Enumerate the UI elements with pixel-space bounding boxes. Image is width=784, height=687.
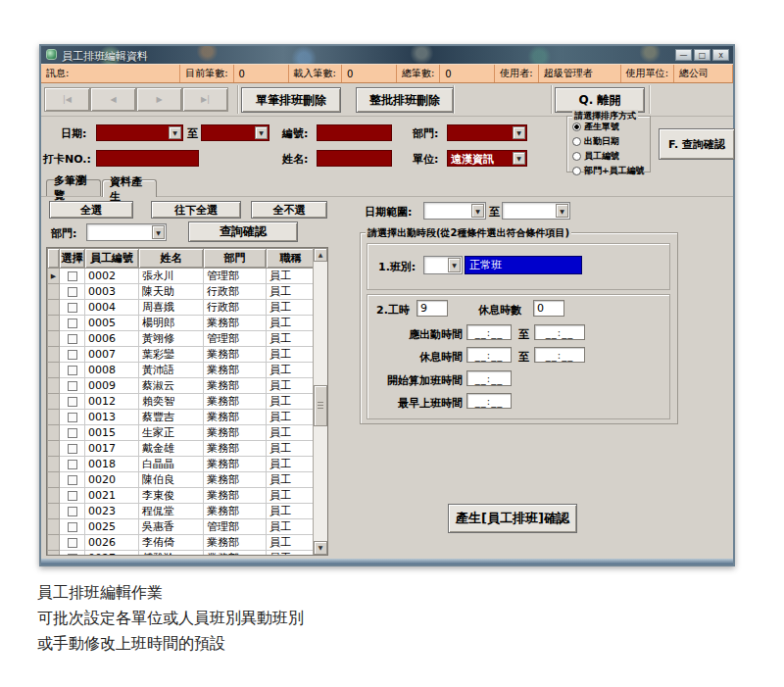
rest-time-to-field[interactable]: __:__ <box>534 347 585 363</box>
row-checkbox[interactable] <box>68 428 77 438</box>
row-select-cell[interactable] <box>60 394 85 410</box>
table-row[interactable]: 0007葉彩鑾業務部員工 <box>48 347 316 363</box>
row-checkbox[interactable] <box>68 538 77 548</box>
row-checkbox[interactable] <box>68 350 77 360</box>
row-select-cell[interactable] <box>60 378 85 394</box>
table-row[interactable]: 0018白晶晶業務部員工 <box>48 457 316 472</box>
dept2-dropdown[interactable]: ▼ <box>86 223 167 241</box>
row-select-cell[interactable] <box>60 269 85 284</box>
row-select-cell[interactable] <box>60 410 85 425</box>
work-hours-field[interactable]: 9 <box>416 300 448 317</box>
shift-value-field[interactable]: 正常班 <box>465 256 582 274</box>
close-icon[interactable]: x <box>712 49 729 61</box>
row-checkbox[interactable] <box>68 287 77 297</box>
select-all-button[interactable]: 全選 <box>49 201 133 219</box>
query-confirm2-button[interactable]: 查詢確認 <box>188 221 298 242</box>
rest-time-from-field[interactable]: __:__ <box>466 347 512 363</box>
row-checkbox[interactable] <box>68 413 77 422</box>
table-row[interactable]: 0009蔡淑云業務部員工 <box>48 378 316 394</box>
chevron-down-icon[interactable]: ▼ <box>255 126 268 139</box>
nav-first-button[interactable]: |◀ <box>44 87 90 112</box>
tab-multi-browse[interactable]: 多筆瀏覽 <box>46 179 101 196</box>
table-row[interactable]: 0025吳惠香管理部員工 <box>48 519 316 535</box>
row-checkbox[interactable] <box>68 271 77 281</box>
date-to-dropdown[interactable]: ▼ <box>201 124 270 141</box>
scroll-thumb[interactable] <box>314 385 327 426</box>
chevron-down-icon[interactable]: ▼ <box>169 126 181 139</box>
id-field[interactable] <box>317 124 392 141</box>
vertical-scrollbar[interactable]: ▲ ▼ <box>313 248 327 555</box>
tab-data-generate[interactable]: 資料產生 <box>102 179 157 197</box>
row-checkbox[interactable] <box>68 319 77 328</box>
sort-option[interactable]: 出勤日期 <box>572 135 650 148</box>
row-checkbox[interactable] <box>68 460 77 469</box>
table-row[interactable]: 0013蔡豐吉業務部員工 <box>48 410 316 425</box>
row-checkbox[interactable] <box>68 475 77 485</box>
date-from-dropdown[interactable]: ▼ <box>96 124 183 141</box>
overtime-start-field[interactable]: __:__ <box>466 370 512 386</box>
table-row[interactable]: 0005楊明郎業務部員工 <box>48 316 316 331</box>
table-row[interactable]: 0017戴金雄業務部員工 <box>48 441 316 457</box>
required-time-to-field[interactable]: __:__ <box>534 324 585 340</box>
row-select-cell[interactable] <box>60 519 85 535</box>
sort-option[interactable]: 員工編號 <box>572 150 650 163</box>
nav-prev-button[interactable]: ◀ <box>90 87 136 112</box>
row-select-cell[interactable] <box>60 300 85 316</box>
table-row[interactable]: 0026李侑倚業務部員工 <box>48 535 316 551</box>
row-select-cell[interactable] <box>60 457 85 472</box>
row-checkbox[interactable] <box>68 397 77 407</box>
chevron-down-icon[interactable]: ▼ <box>152 225 165 239</box>
row-select-cell[interactable] <box>60 441 85 457</box>
row-checkbox[interactable] <box>68 334 77 344</box>
radio-icon[interactable] <box>572 123 581 131</box>
table-row[interactable]: 0020陳伯良業務部員工 <box>48 472 316 488</box>
row-select-cell[interactable] <box>60 347 85 363</box>
row-select-cell[interactable] <box>60 504 85 519</box>
table-row[interactable]: 0027傅雅羚業務部員工 <box>48 551 316 557</box>
chevron-down-icon[interactable]: ▼ <box>513 126 525 139</box>
row-checkbox[interactable] <box>68 554 77 556</box>
query-confirm-button[interactable]: F. 查詢確認 <box>659 128 735 160</box>
row-select-cell[interactable] <box>60 363 85 378</box>
row-checkbox[interactable] <box>68 381 77 391</box>
table-row[interactable]: 0023程侃堂業務部員工 <box>48 504 316 519</box>
select-none-button[interactable]: 全不選 <box>251 201 327 219</box>
row-checkbox[interactable] <box>68 303 77 313</box>
table-row[interactable]: 0008黃沛語業務部員工 <box>48 363 316 378</box>
row-select-cell[interactable] <box>60 331 85 347</box>
row-select-cell[interactable] <box>60 488 85 504</box>
table-row[interactable]: 0012賴奕智業務部員工 <box>48 394 316 410</box>
row-select-cell[interactable] <box>60 535 85 551</box>
row-select-cell[interactable] <box>60 316 85 331</box>
dept-dropdown[interactable]: ▼ <box>447 124 527 141</box>
row-checkbox[interactable] <box>68 522 77 532</box>
table-row[interactable]: 0006黃翊修管理部員工 <box>48 331 316 347</box>
table-row[interactable]: 0004周喜娥行政部員工 <box>48 300 316 316</box>
unit-dropdown[interactable]: 遠漢資訊 ▼ <box>447 150 527 167</box>
scroll-up-icon[interactable]: ▲ <box>314 248 327 262</box>
generate-schedule-button[interactable]: 產生[員工排班]確認 <box>448 504 577 533</box>
maximize-icon[interactable]: □ <box>694 49 710 61</box>
scroll-down-icon[interactable]: ▼ <box>314 541 327 555</box>
row-select-cell[interactable] <box>60 551 85 557</box>
nav-last-button[interactable]: ▶| <box>182 87 228 112</box>
table-row[interactable]: 0015生家正業務部員工 <box>48 425 316 441</box>
sort-option[interactable]: 部門+員工編號 <box>572 165 650 177</box>
radio-icon[interactable] <box>572 167 581 175</box>
radio-icon[interactable] <box>572 137 581 146</box>
delete-single-shift-button[interactable]: 單筆排班刪除 <box>241 87 341 113</box>
table-row[interactable]: 0021李東俊業務部員工 <box>48 488 316 504</box>
row-checkbox[interactable] <box>68 491 77 501</box>
shift-dropdown[interactable]: ▼ <box>423 256 463 274</box>
delete-batch-shift-button[interactable]: 整批排班刪除 <box>356 87 454 113</box>
chevron-down-icon[interactable]: ▼ <box>471 204 484 218</box>
chevron-down-icon[interactable]: ▼ <box>448 258 461 272</box>
select-down-button[interactable]: 往下全選 <box>151 201 241 219</box>
minimize-icon[interactable]: — <box>675 49 692 61</box>
nav-next-button[interactable]: ▶ <box>136 87 182 112</box>
chevron-down-icon[interactable]: ▼ <box>513 152 525 165</box>
range-to-dropdown[interactable]: ▼ <box>502 202 570 220</box>
table-row[interactable]: 0003陳天助行政部員工 <box>48 284 316 300</box>
range-from-dropdown[interactable]: ▼ <box>423 202 486 220</box>
chevron-down-icon[interactable]: ▼ <box>556 204 568 218</box>
